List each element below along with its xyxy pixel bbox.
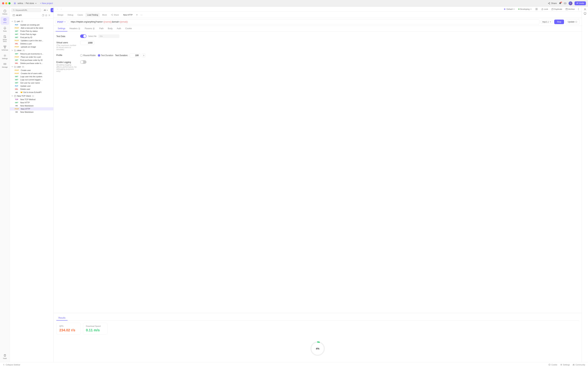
req-tab-cookie-label: Cookie: [125, 27, 132, 30]
search-input-wrapper[interactable]: [11, 8, 41, 12]
sidebar-item-schemas[interactable]: Schemas: [1, 44, 9, 52]
req-tab-cookie[interactable]: Cookie: [123, 26, 134, 32]
api-group-header-user[interactable]: user (8): [10, 65, 53, 69]
right-panel-icon-2[interactable]: [584, 12, 587, 15]
invite-button[interactable]: Invite: [575, 1, 586, 5]
sidebar-item-apis[interactable]: APIs: [1, 17, 9, 25]
tab-share[interactable]: Share: [109, 13, 121, 17]
close-button[interactable]: [2, 2, 4, 4]
copy-icon[interactable]: [42, 14, 44, 17]
list-item[interactable]: POSTAdd a new pet to the store: [10, 26, 53, 30]
collapse-sidebar-button[interactable]: Collapse Sidebar: [3, 364, 20, 366]
list-item[interactable]: PUTUpdate user: [10, 84, 53, 88]
nav-forward-button[interactable]: ›: [60, 7, 63, 11]
req-tab-settings[interactable]: Settings: [56, 26, 67, 32]
sidebar-item-settings[interactable]: Settings: [1, 53, 9, 61]
req-tab-path[interactable]: Path: [97, 26, 106, 32]
star-icon[interactable]: [45, 14, 47, 17]
sidebar-item-manage[interactable]: Manage: [1, 61, 9, 69]
minimize-button[interactable]: [5, 2, 7, 4]
archive-button[interactable]: Archive: [564, 8, 576, 11]
tab-design[interactable]: Design: [56, 13, 65, 17]
list-item[interactable]: GETGet user by user name: [10, 81, 53, 84]
user-avatar[interactable]: S: [569, 1, 572, 5]
virtual-users-input[interactable]: [80, 41, 94, 45]
sidebar-item-tests[interactable]: Tests: [1, 25, 9, 33]
list-item[interactable]: POSTNew HTTP: [10, 107, 53, 110]
more-options-icon[interactable]: [577, 8, 579, 10]
stop-button[interactable]: Stop: [554, 20, 564, 24]
radio-round-robin[interactable]: Round-Robin: [80, 54, 96, 57]
api-group-header-pet[interactable]: pet (8): [10, 19, 53, 23]
list-item[interactable]: GETFind purchase order by ID: [10, 58, 53, 62]
sidebar-item-history[interactable]: History: [1, 8, 9, 16]
sidebar-item-trash[interactable]: Trash: [1, 352, 9, 361]
test-data-toggle[interactable]: [80, 34, 86, 38]
list-item[interactable]: MDNew Markdown: [10, 110, 53, 114]
tab-load-testing[interactable]: Load Testing: [85, 13, 100, 17]
cookie-button[interactable]: Cookie: [548, 364, 557, 366]
method-selector[interactable]: POST: [56, 20, 67, 24]
list-item[interactable]: GETNew HTTP: [10, 101, 53, 104]
http-version-selector[interactable]: http/1.1: [541, 20, 553, 24]
list-item[interactable]: GETLogs out current logged ...: [10, 78, 53, 81]
api-group-header-store[interactable]: store (4): [10, 48, 53, 52]
tab-add-button[interactable]: +: [135, 13, 139, 17]
keyboard-icon[interactable]: [564, 2, 566, 5]
list-item[interactable]: POSTCreates list of users with...: [10, 72, 53, 75]
list-item[interactable]: POSTCreate user: [10, 69, 53, 72]
api-item-name: Creates list of users with...: [21, 72, 43, 75]
list-item[interactable]: DELDelete user: [10, 88, 53, 91]
list-item[interactable]: GETLogs user into the system: [10, 75, 53, 78]
select-file-button[interactable]: Select file: [88, 35, 97, 37]
list-item[interactable]: GETFinds Pets by status: [10, 30, 53, 33]
logging-toggle[interactable]: [80, 60, 86, 64]
close-icon[interactable]: [48, 14, 51, 17]
list-item[interactable]: GETFind pet by ID: [10, 36, 53, 39]
project-selector[interactable]: Pet store: [26, 2, 37, 5]
update-button[interactable]: Update: [565, 19, 579, 24]
list-item[interactable]: DELDeletes a pet: [10, 42, 53, 45]
list-item[interactable]: GETReturns pet inventories b...: [10, 52, 53, 55]
tab-new-http[interactable]: New HTTP: [121, 13, 134, 17]
filter-dropdown[interactable]: All: [42, 8, 50, 12]
list-item[interactable]: POSTuploads an image: [10, 45, 53, 48]
community-button[interactable]: Community: [573, 364, 585, 366]
list-item[interactable]: GETFinds Pets by tags: [10, 33, 53, 36]
list-item[interactable]: PUTUpdate an existing pet: [10, 23, 53, 26]
new-project-button[interactable]: + New project: [40, 2, 53, 5]
list-item[interactable]: POSTPlace an order for a pet: [10, 55, 53, 58]
settings-bottom-button[interactable]: Settings: [560, 364, 570, 366]
list-item[interactable]: MD🤝 Get to know EchoAPI: [10, 91, 53, 94]
req-tab-params[interactable]: Params2: [83, 26, 97, 32]
tab-more-button[interactable]: ···: [139, 13, 143, 17]
tab-cases[interactable]: Cases: [76, 13, 85, 17]
list-item[interactable]: MDNew Markdown: [10, 104, 53, 107]
fullscreen-button[interactable]: [9, 2, 10, 4]
env-selector[interactable]: Developing: [517, 8, 533, 11]
list-item[interactable]: DELDelete purchase order b...: [10, 62, 53, 65]
sidebar-item-share-docs[interactable]: Share Docs: [1, 34, 9, 44]
list-item[interactable]: POSTUpdates a pet in the stor...: [10, 39, 53, 42]
req-tab-auth[interactable]: Auth: [115, 26, 123, 32]
tab-debug[interactable]: Debug: [66, 13, 75, 17]
url-display[interactable]: https://httpbin.org/anything?name={{name…: [69, 19, 539, 24]
api-group-header-tcp[interactable]: New TCP Client (1): [10, 94, 53, 98]
share-button[interactable]: Share: [548, 2, 557, 5]
test-duration-input[interactable]: [130, 53, 140, 58]
req-tab-body[interactable]: Body: [106, 26, 115, 32]
list-item[interactable]: TCPNew TCP Method: [10, 98, 53, 101]
column-settings-button[interactable]: [534, 7, 539, 11]
right-panel-icon-1[interactable]: [584, 8, 587, 11]
default-selector[interactable]: D Default: [503, 8, 516, 11]
results-tab[interactable]: Results: [56, 316, 68, 320]
req-tab-headers[interactable]: Headers1: [67, 26, 83, 32]
nav-back-button[interactable]: ‹: [56, 7, 59, 11]
search-input[interactable]: [16, 9, 40, 11]
tab-mock[interactable]: Mock: [100, 13, 109, 17]
notifications-button[interactable]: 8: [559, 2, 562, 5]
add-api-button[interactable]: +: [51, 8, 53, 12]
duplicate-button[interactable]: Duplicate: [550, 8, 563, 11]
lock-button[interactable]: Lock: [540, 8, 549, 11]
radio-test-duration[interactable]: Test Duration: [98, 54, 113, 57]
